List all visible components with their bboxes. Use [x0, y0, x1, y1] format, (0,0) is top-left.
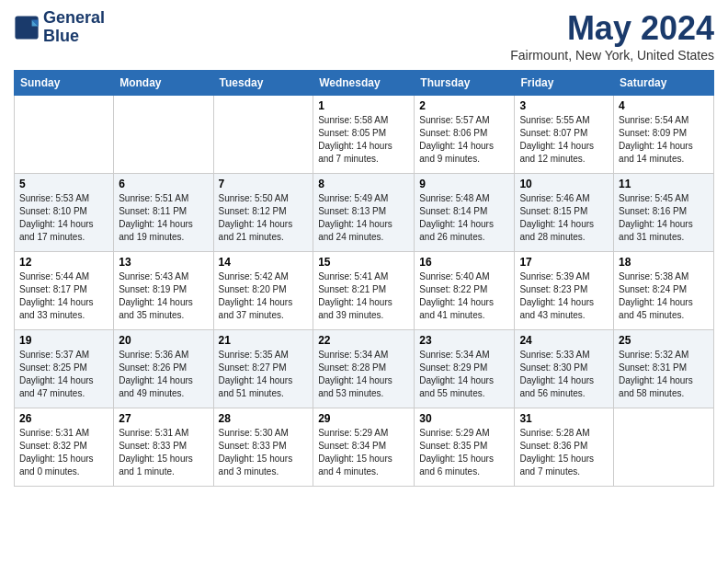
calendar-cell: 19Sunrise: 5:37 AMSunset: 8:25 PMDayligh…: [15, 330, 114, 408]
sun-time: Sunrise: 5:39 AM: [519, 271, 589, 282]
sun-time: Sunset: 8:27 PM: [219, 362, 287, 373]
day-info: Sunrise: 5:57 AMSunset: 8:06 PMDaylight:…: [419, 114, 509, 166]
calendar-cell: 24Sunrise: 5:33 AMSunset: 8:30 PMDayligh…: [515, 330, 614, 408]
calendar-cell: 26Sunrise: 5:31 AMSunset: 8:32 PMDayligh…: [15, 408, 114, 487]
day-number: 25: [619, 334, 709, 347]
daylight-hours: and 53 minutes.: [318, 388, 383, 398]
sun-time: Sunset: 8:29 PM: [419, 362, 487, 373]
calendar-cell: 4Sunrise: 5:54 AMSunset: 8:09 PMDaylight…: [614, 96, 714, 174]
day-info: Sunrise: 5:39 AMSunset: 8:23 PMDaylight:…: [519, 270, 609, 322]
sun-time: Sunrise: 5:34 AM: [318, 350, 388, 360]
weekday-header-row: SundayMondayTuesdayWednesdayThursdayFrid…: [15, 71, 714, 96]
daylight-hours: Daylight: 14 hours: [219, 375, 293, 385]
day-number: 26: [19, 412, 108, 425]
sun-time: Sunrise: 5:30 AM: [219, 428, 289, 438]
sun-time: Sunrise: 5:48 AM: [419, 193, 489, 203]
sun-time: Sunrise: 5:29 AM: [419, 428, 489, 438]
calendar-cell: 15Sunrise: 5:41 AMSunset: 8:21 PMDayligh…: [313, 252, 415, 330]
sun-time: Sunrise: 5:46 AM: [519, 193, 589, 203]
week-row-5: 26Sunrise: 5:31 AMSunset: 8:32 PMDayligh…: [15, 408, 714, 487]
sun-time: Sunset: 8:33 PM: [119, 441, 187, 451]
title-block: May 2024 Fairmount, New York, United Sta…: [510, 9, 714, 63]
sun-time: Sunset: 8:26 PM: [119, 362, 187, 373]
weekday-header-wednesday: Wednesday: [313, 71, 415, 96]
sun-time: Sunrise: 5:51 AM: [119, 193, 188, 203]
sun-time: Sunset: 8:13 PM: [318, 206, 386, 216]
calendar: SundayMondayTuesdayWednesdayThursdayFrid…: [14, 70, 714, 487]
calendar-cell: 10Sunrise: 5:46 AMSunset: 8:15 PMDayligh…: [515, 174, 614, 252]
daylight-hours: Daylight: 14 hours: [19, 297, 94, 307]
sun-time: Sunset: 8:22 PM: [419, 284, 487, 294]
daylight-hours: Daylight: 14 hours: [318, 375, 392, 385]
day-info: Sunrise: 5:31 AMSunset: 8:32 PMDaylight:…: [19, 427, 108, 478]
day-number: 28: [219, 412, 309, 425]
weekday-header-tuesday: Tuesday: [213, 71, 313, 96]
day-number: 20: [119, 334, 208, 347]
daylight-hours: Daylight: 14 hours: [419, 141, 494, 151]
daylight-hours: Daylight: 14 hours: [19, 219, 94, 229]
daylight-hours: Daylight: 14 hours: [119, 297, 193, 307]
daylight-hours: and 45 minutes.: [619, 310, 684, 320]
month-title: May 2024: [510, 9, 714, 48]
daylight-hours: Daylight: 14 hours: [318, 297, 392, 307]
sun-time: Sunrise: 5:28 AM: [519, 428, 589, 438]
daylight-hours: Daylight: 14 hours: [519, 219, 594, 229]
day-info: Sunrise: 5:36 AMSunset: 8:26 PMDaylight:…: [119, 349, 208, 400]
calendar-cell: 28Sunrise: 5:30 AMSunset: 8:33 PMDayligh…: [213, 408, 313, 487]
day-info: Sunrise: 5:42 AMSunset: 8:20 PMDaylight:…: [219, 270, 309, 322]
sun-time: Sunset: 8:16 PM: [619, 206, 687, 216]
day-info: Sunrise: 5:29 AMSunset: 8:35 PMDaylight:…: [419, 427, 509, 478]
sun-time: Sunset: 8:11 PM: [119, 206, 187, 216]
svg-rect-0: [15, 16, 38, 39]
daylight-hours: Daylight: 14 hours: [318, 219, 392, 229]
week-row-4: 19Sunrise: 5:37 AMSunset: 8:25 PMDayligh…: [15, 330, 714, 408]
sun-time: Sunrise: 5:57 AM: [419, 115, 489, 125]
daylight-hours: and 35 minutes.: [119, 310, 184, 320]
daylight-hours: Daylight: 14 hours: [119, 219, 193, 229]
calendar-cell: 25Sunrise: 5:32 AMSunset: 8:31 PMDayligh…: [614, 330, 714, 408]
day-info: Sunrise: 5:33 AMSunset: 8:30 PMDaylight:…: [519, 349, 609, 400]
calendar-cell: 1Sunrise: 5:58 AMSunset: 8:05 PMDaylight…: [313, 96, 415, 174]
daylight-hours: and 12 minutes.: [519, 154, 585, 164]
sun-time: Sunrise: 5:53 AM: [19, 193, 89, 203]
daylight-hours: Daylight: 14 hours: [619, 297, 693, 307]
calendar-cell: 18Sunrise: 5:38 AMSunset: 8:24 PMDayligh…: [614, 252, 714, 330]
logo-icon: [14, 15, 40, 40]
week-row-2: 5Sunrise: 5:53 AMSunset: 8:10 PMDaylight…: [15, 174, 714, 252]
daylight-hours: Daylight: 14 hours: [219, 219, 293, 229]
sun-time: Sunset: 8:31 PM: [619, 362, 687, 373]
sun-time: Sunset: 8:09 PM: [619, 128, 687, 138]
sun-time: Sunset: 8:21 PM: [318, 284, 386, 294]
calendar-cell: 6Sunrise: 5:51 AMSunset: 8:11 PMDaylight…: [114, 174, 213, 252]
weekday-header-friday: Friday: [515, 71, 614, 96]
sun-time: Sunrise: 5:55 AM: [519, 115, 589, 125]
daylight-hours: and 7 minutes.: [318, 154, 379, 164]
sun-time: Sunset: 8:32 PM: [19, 441, 87, 451]
daylight-hours: and 37 minutes.: [219, 310, 284, 320]
day-info: Sunrise: 5:31 AMSunset: 8:33 PMDaylight:…: [119, 427, 208, 478]
daylight-hours: and 55 minutes.: [419, 388, 484, 398]
sun-time: Sunset: 8:10 PM: [19, 206, 87, 216]
day-info: Sunrise: 5:49 AMSunset: 8:13 PMDaylight:…: [318, 192, 409, 244]
sun-time: Sunset: 8:17 PM: [19, 284, 87, 294]
daylight-hours: and 49 minutes.: [119, 388, 184, 398]
logo: General Blue: [14, 9, 105, 46]
day-info: Sunrise: 5:41 AMSunset: 8:21 PMDaylight:…: [318, 270, 409, 322]
daylight-hours: and 21 minutes.: [219, 232, 284, 242]
day-number: 10: [519, 178, 609, 190]
day-info: Sunrise: 5:29 AMSunset: 8:34 PMDaylight:…: [318, 427, 409, 478]
daylight-hours: Daylight: 14 hours: [619, 375, 693, 385]
day-info: Sunrise: 5:32 AMSunset: 8:31 PMDaylight:…: [619, 349, 709, 400]
day-info: Sunrise: 5:51 AMSunset: 8:11 PMDaylight:…: [119, 192, 208, 244]
sun-time: Sunrise: 5:41 AM: [318, 271, 388, 282]
daylight-hours: and 14 minutes.: [619, 154, 684, 164]
logo-line2: Blue: [43, 28, 105, 46]
sun-time: Sunset: 8:12 PM: [219, 206, 287, 216]
daylight-hours: and 9 minutes.: [419, 154, 480, 164]
sun-time: Sunset: 8:15 PM: [519, 206, 587, 216]
day-number: 16: [419, 256, 509, 269]
daylight-hours: and 51 minutes.: [219, 388, 284, 398]
sun-time: Sunset: 8:06 PM: [419, 128, 487, 138]
sun-time: Sunrise: 5:36 AM: [119, 350, 188, 360]
day-number: 29: [318, 412, 409, 425]
